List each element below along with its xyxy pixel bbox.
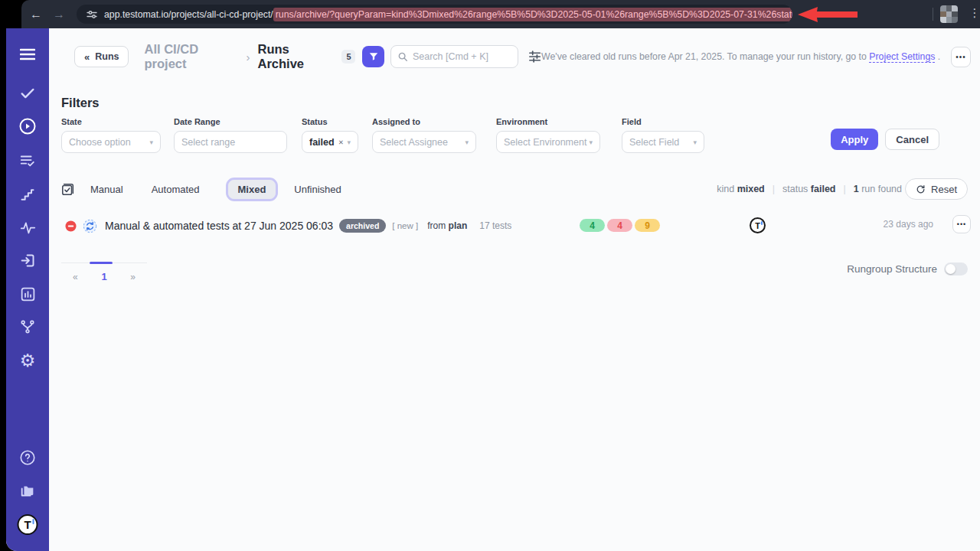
sidebar-branches-icon[interactable] [17,316,38,337]
sidebar-plans-icon[interactable] [17,150,38,171]
adjustments-icon[interactable] [528,50,541,64]
chevron-down-icon: ▾ [347,139,351,146]
sidebar-milestones-icon[interactable] [17,184,38,205]
sidebar-analytics-icon[interactable] [17,217,38,238]
browser-chrome-bar: ← → ⟳ app.testomat.io/projects/all-ci-cd… [21,0,980,28]
failed-status-icon [65,220,77,232]
address-bar[interactable]: app.testomat.io/projects/all-ci-cd-proje… [77,5,792,24]
search-input[interactable] [390,45,518,68]
chevron-down-icon: ▾ [465,139,469,146]
double-chevron-left-icon: « [84,51,90,63]
chevron-down-icon: ▾ [589,139,593,146]
filter-button[interactable] [362,46,384,67]
filter-label: State [61,117,161,126]
field-select[interactable]: Select Field▾ [622,131,704,153]
tab-automated[interactable]: Automated [152,184,200,195]
browser-profile-avatar[interactable] [940,5,958,23]
tab-unfinished[interactable]: Unfinished [294,184,341,195]
tests-count: 17 tests [479,220,511,231]
cleared-runs-notice: We've cleared old runs before Apr 21, 20… [541,51,940,62]
archived-badge: archived [339,219,386,233]
chevron-down-icon: ▾ [149,139,153,146]
funnel-icon [368,51,379,62]
result-pills: 4 4 9 [580,219,660,232]
rungroup-structure-label: Rungroup Structure [847,263,937,275]
toolbar: « Runs All CI/CD project › Runs Archive … [61,45,971,68]
page-1-button[interactable]: 1 [101,271,106,282]
environment-select[interactable]: Select Environment▾ [496,131,600,153]
filter-field-date-range: Date Range Select range [174,117,287,153]
tabs-row: Manual Automated Mixed Unfinished kind m… [61,178,968,201]
filter-field-status: Status failed ✕ ▾ [302,117,358,153]
remove-status-icon[interactable]: ✕ [338,139,344,146]
skipped-count-pill: 9 [635,219,660,232]
filter-label: Field [622,117,704,126]
cancel-button[interactable]: Cancel [885,129,939,150]
run-main-info: Manual & automated tests at 27 Jun 2025 … [65,214,511,237]
reset-button[interactable]: Reset [905,178,968,200]
run-meta: 23 days ago ••• [884,215,971,233]
breadcrumb-project[interactable]: All CI/CD project [144,42,238,71]
site-info-icon[interactable] [86,8,98,21]
sidebar-reports-icon[interactable] [17,283,38,305]
browser-menu-icon[interactable]: ⋮ [968,6,980,20]
sidebar-tests-icon[interactable] [17,83,38,104]
sidebar-settings-icon[interactable]: ⚙ [17,350,38,371]
run-row[interactable]: Manual & automated tests at 27 Jun 2025 … [61,214,971,237]
annotation-arrow-icon [796,5,859,24]
project-settings-link[interactable]: Project Settings [869,51,935,62]
browser-forward-icon[interactable]: → [51,6,67,23]
select-all-icon[interactable] [61,182,75,196]
refresh-icon [916,184,926,194]
active-page-indicator [90,262,113,264]
tab-mixed[interactable]: Mixed [228,180,276,199]
date-range-input[interactable]: Select range [174,131,287,153]
sidebar: ⚙ T [6,28,49,551]
filter-field-field: Field Select Field▾ [622,117,704,153]
page-title: Runs Archive [258,42,335,71]
new-badge: [ new ] [392,221,418,230]
sidebar-import-icon[interactable] [17,249,38,271]
state-select[interactable]: Choose option▾ [61,131,161,153]
passed-count-pill: 4 [580,219,605,232]
search [390,45,518,68]
sidebar-runs-icon[interactable] [17,116,38,137]
filter-label: Status [302,117,358,126]
from-plan-label[interactable]: from plan [427,220,467,231]
header-more-button[interactable]: ••• [951,47,971,67]
tab-manual[interactable]: Manual [90,184,123,195]
status-select[interactable]: failed ✕ ▾ [302,131,358,153]
main-content: « Runs All CI/CD project › Runs Archive … [49,28,980,551]
run-title[interactable]: Manual & automated tests at 27 Jun 2025 … [105,220,333,232]
chevron-right-icon: › [247,51,250,64]
run-more-button[interactable]: ••• [952,215,971,233]
filter-label: Date Range [174,117,287,126]
toggle-knob [946,264,956,274]
mixed-run-icon [83,219,97,233]
url-highlighted-text: runs/archive/?queryParam=kind%3Dmixed%26… [273,8,792,21]
prev-page-button[interactable]: « [73,272,78,282]
filter-summary: kind mixed | status failed | 1 run found [717,184,902,194]
filter-label: Environment [496,117,600,126]
browser-back-icon[interactable]: ← [28,6,44,23]
filters-title: Filters [61,96,100,110]
assignee-select[interactable]: Select Assignee▾ [372,131,476,153]
apply-button[interactable]: Apply [831,129,878,150]
next-page-button[interactable]: » [130,272,136,282]
rungroup-structure-toggle[interactable] [944,262,968,276]
failed-count-pill: 4 [607,219,632,232]
sidebar-help-icon[interactable] [17,447,38,468]
chevron-down-icon: ▾ [693,139,697,146]
filter-field-state: State Choose option▾ [61,117,161,153]
back-to-runs-button[interactable]: « Runs [74,46,129,67]
reporter-logo-icon: T [750,217,766,233]
runs-count-badge: 5 [341,50,355,64]
testomat-logo[interactable]: T [18,514,38,535]
filter-field-environment: Environment Select Environment▾ [496,117,600,153]
search-icon [397,51,408,62]
hamburger-menu-icon[interactable] [17,44,38,65]
chrome-separator [933,8,933,21]
filter-field-assignee: Assigned to Select Assignee▾ [372,117,476,153]
app-window: ⚙ T « Runs All CI/CD project › Runs Arch… [6,28,980,551]
sidebar-projects-icon[interactable] [17,481,38,502]
